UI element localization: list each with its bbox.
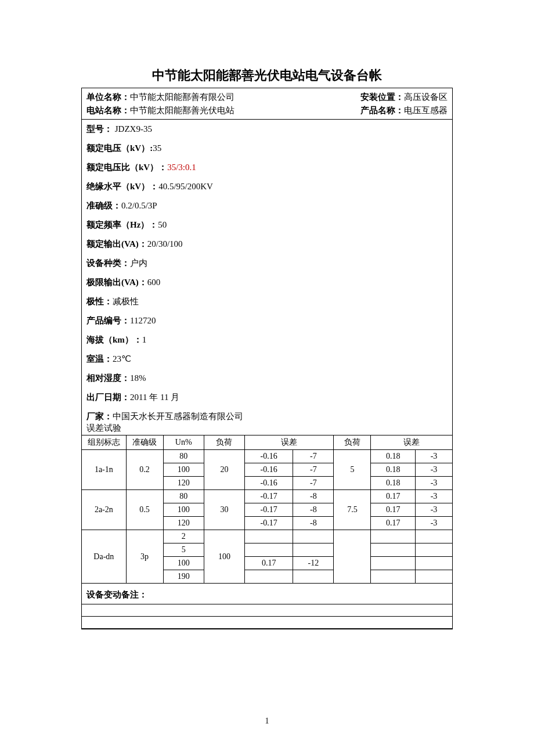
cell-err1a: -0.17	[245, 503, 293, 517]
cell-err2a	[371, 543, 416, 557]
cell-un: 80	[163, 490, 204, 503]
cell-err1a: -0.16	[245, 463, 293, 477]
error-test-title: 误差试验	[82, 423, 452, 435]
cell-err1b: -8	[293, 490, 334, 503]
spec-insulation: 绝缘水平（kV）：40.5/95/200KV	[82, 177, 452, 196]
col-un: Un%	[163, 435, 204, 450]
cell-err1b: -8	[293, 503, 334, 517]
col-err1: 误差	[245, 435, 334, 450]
error-test-table: 组别标志 准确级 Un% 负荷 误差 负荷 误差 1a-1n0.28020-0.…	[81, 435, 453, 584]
cell-group: 1a-1n	[82, 450, 127, 490]
spec-model: 型号： JDZX9-35	[82, 120, 452, 139]
cell-err2b: -3	[416, 450, 453, 463]
cell-err2a: 0.17	[371, 490, 416, 503]
cell-err1a: -0.16	[245, 450, 293, 463]
spec-equip-type: 设备种类：户内	[82, 254, 452, 273]
spec-humidity: 相对湿度：18%	[82, 369, 452, 388]
cell-un: 100	[163, 503, 204, 517]
cell-err2b: -3	[416, 477, 453, 490]
cell-err2b: -3	[416, 503, 453, 517]
page-number: 1	[0, 717, 534, 726]
cell-un: 80	[163, 450, 204, 463]
spec-accuracy: 准确级：0.2/0.5/3P	[82, 196, 452, 215]
spec-rated-output: 额定输出(VA)：20/30/100	[82, 235, 452, 254]
cell-err2b	[416, 530, 453, 543]
cell-un: 100	[163, 463, 204, 477]
spec-factory-date: 出厂日期：2011 年 11 月	[82, 388, 452, 407]
cell-err1b: -12	[293, 557, 334, 570]
cell-load1: 30	[204, 490, 244, 530]
cell-err1a: -0.17	[245, 490, 293, 503]
col-load2: 负荷	[334, 435, 371, 450]
spec-room-temp: 室温：23℃	[82, 350, 452, 369]
cell-err1a: -0.16	[245, 477, 293, 490]
cell-err1b	[293, 530, 334, 543]
spec-rated-ratio: 额定电压比（kV）：35/3:0.1	[82, 158, 452, 177]
cell-err1b	[293, 543, 334, 557]
cell-err1b: -7	[293, 450, 334, 463]
col-load1: 负荷	[204, 435, 244, 450]
cell-err2b: -3	[416, 463, 453, 477]
cell-un: 5	[163, 543, 204, 557]
cell-err2b: -3	[416, 517, 453, 530]
cell-load2: 7.5	[334, 490, 371, 530]
col-accuracy: 准确级	[126, 435, 163, 450]
spec-rated-voltage: 额定电压（kV）:35	[82, 139, 452, 158]
blank-row	[82, 617, 453, 629]
cell-err2a: 0.18	[371, 463, 416, 477]
cell-err2a: 0.18	[371, 450, 416, 463]
change-note-label: 设备变动备注：	[82, 584, 452, 604]
cell-load2	[334, 530, 371, 584]
cell-err2a	[371, 570, 416, 584]
cell-err1a: -0.17	[245, 517, 293, 530]
cell-err2b: -3	[416, 490, 453, 503]
cell-err1a: 0.17	[245, 557, 293, 570]
header-block: 单位名称：中节能太阳能鄯善有限公司 安装位置：高压设备区 电站名称：中节能太阳能…	[82, 88, 452, 120]
cell-un: 2	[163, 530, 204, 543]
cell-accuracy: 3p	[126, 530, 163, 584]
cell-load2: 5	[334, 450, 371, 490]
cell-err2b	[416, 557, 453, 570]
cell-group: Da-dn	[82, 530, 127, 584]
cell-accuracy: 0.2	[126, 450, 163, 490]
cell-err1b	[293, 570, 334, 584]
cell-err2a: 0.17	[371, 503, 416, 517]
spec-product-no: 产品编号：112720	[82, 311, 452, 330]
page-title: 中节能太阳能鄯善光伏电站电气设备台帐	[81, 67, 453, 84]
cell-un: 100	[163, 557, 204, 570]
cell-err1a	[245, 530, 293, 543]
table-row: 2a-2n0.58030-0.17-87.50.17-3	[82, 490, 453, 503]
station-name: 电站名称：中节能太阳能鄯善光伏电站	[86, 104, 234, 117]
cell-err2a: 0.18	[371, 477, 416, 490]
unit-name: 单位名称：中节能太阳能鄯善有限公司	[86, 91, 234, 104]
cell-err1b: -7	[293, 463, 334, 477]
cell-un: 120	[163, 477, 204, 490]
table-row: Da-dn3p2100	[82, 530, 453, 543]
spec-manufacturer: 厂家：中国天水长开互感器制造有限公司	[82, 407, 452, 423]
spec-altitude: 海拔（km）：1	[82, 330, 452, 350]
cell-err2b	[416, 570, 453, 584]
cell-err1a	[245, 570, 293, 584]
spec-polarity: 极性：减极性	[82, 292, 452, 311]
cell-err1b: -8	[293, 517, 334, 530]
change-note-rows	[81, 604, 453, 629]
table-row: 1a-1n0.28020-0.16-750.18-3	[82, 450, 453, 463]
col-err2: 误差	[371, 435, 453, 450]
blank-row	[82, 604, 453, 617]
install-location: 安装位置：高压设备区	[360, 91, 448, 104]
cell-err2a: 0.17	[371, 517, 416, 530]
spec-frequency: 额定频率（Hz）：50	[82, 215, 452, 235]
cell-err2b	[416, 543, 453, 557]
ledger-box: 单位名称：中节能太阳能鄯善有限公司 安装位置：高压设备区 电站名称：中节能太阳能…	[81, 88, 453, 629]
cell-err1b: -7	[293, 477, 334, 490]
cell-accuracy: 0.5	[126, 490, 163, 530]
cell-un: 120	[163, 517, 204, 530]
cell-group: 2a-2n	[82, 490, 127, 530]
col-group: 组别标志	[82, 435, 127, 450]
cell-un: 190	[163, 570, 204, 584]
cell-err2a	[371, 557, 416, 570]
cell-err2a	[371, 530, 416, 543]
product-name: 产品名称：电压互感器	[360, 104, 448, 117]
spec-max-output: 极限输出(VA)：600	[82, 273, 452, 292]
cell-load1: 100	[204, 530, 244, 584]
